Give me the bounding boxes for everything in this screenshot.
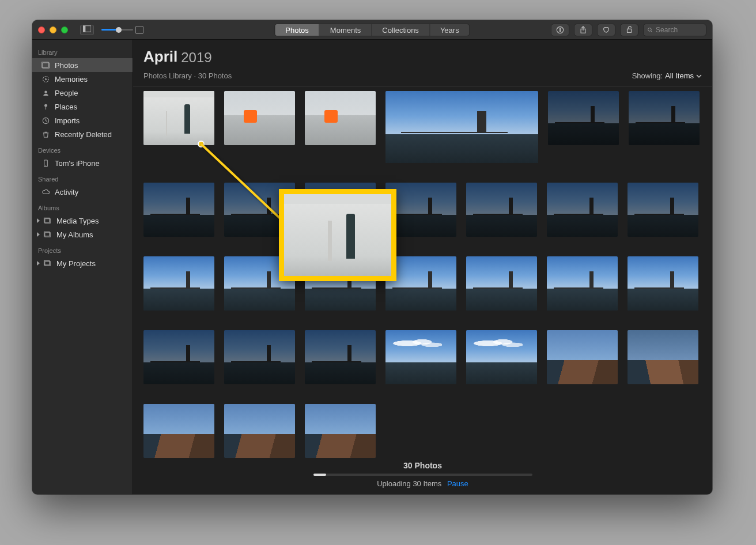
stack-icon — [43, 230, 52, 239]
sidebar-item-media-types[interactable]: Media Types — [32, 214, 133, 228]
sidebar-item-label: Recently Deleted — [55, 130, 112, 139]
svg-point-7 — [648, 28, 652, 32]
app-window: Photos Moments Collections Years — [32, 20, 712, 494]
sidebar: Library Photos Memories People Places Im… — [32, 40, 133, 494]
tab-photos[interactable]: Photos — [275, 24, 319, 36]
sidebar-toggle-button[interactable] — [80, 25, 94, 35]
svg-rect-1 — [83, 25, 85, 32]
sidebar-item-label: People — [55, 89, 78, 97]
close-button[interactable] — [38, 27, 45, 33]
photo-thumbnail[interactable] — [143, 256, 214, 311]
sidebar-item-my-albums[interactable]: My Albums — [32, 228, 133, 241]
breadcrumb: Photos Library · 30 Photos — [143, 71, 232, 80]
photo-thumbnail[interactable] — [547, 183, 618, 237]
memories-icon — [41, 75, 50, 84]
photo-thumbnail[interactable] — [305, 91, 376, 145]
cloud-icon — [41, 188, 50, 196]
search-input[interactable] — [656, 26, 702, 34]
section-shared: Shared — [32, 173, 133, 185]
view-segmented-control: Photos Moments Collections Years — [274, 24, 470, 36]
sidebar-item-activity[interactable]: Activity — [32, 185, 133, 199]
favorite-button[interactable] — [597, 24, 615, 36]
photo-thumbnail[interactable] — [628, 256, 698, 311]
sidebar-item-iphone[interactable]: Tom's iPhone — [32, 156, 133, 170]
sidebar-item-recently-deleted[interactable]: Recently Deleted — [32, 127, 133, 141]
photo-thumbnail[interactable] — [466, 330, 537, 384]
fullscreen-button[interactable] — [61, 27, 68, 33]
grid-wrap — [133, 86, 712, 459]
section-albums: Albums — [32, 202, 133, 214]
upload-status-text: Uploading 30 Items — [377, 479, 441, 488]
photo-thumbnail[interactable] — [385, 91, 538, 163]
sidebar-item-people[interactable]: People — [32, 86, 133, 100]
content-area: April 2019 Photos Library · 30 Photos Sh… — [133, 40, 712, 494]
photo-grid — [143, 91, 702, 459]
photo-thumbnail[interactable] — [466, 256, 537, 311]
photo-thumbnail[interactable] — [548, 91, 619, 145]
section-projects: Projects — [32, 245, 133, 256]
rotate-button[interactable] — [620, 24, 638, 36]
showing-filter[interactable]: Showing: All Items — [632, 71, 702, 80]
sidebar-item-places[interactable]: Places — [32, 100, 133, 113]
svg-marker-12 — [45, 78, 47, 80]
tab-years[interactable]: Years — [430, 24, 470, 36]
svg-rect-6 — [628, 29, 632, 32]
search-field[interactable] — [643, 24, 706, 36]
info-button[interactable] — [551, 24, 569, 36]
photo-thumbnail[interactable] — [629, 91, 700, 145]
sidebar-item-label: My Projects — [56, 259, 96, 268]
tab-collections[interactable]: Collections — [372, 24, 430, 36]
photo-thumbnail[interactable] — [305, 330, 376, 384]
photo-thumbnail[interactable] — [547, 330, 618, 384]
photo-thumbnail[interactable] — [305, 404, 376, 458]
photo-thumbnail[interactable] — [224, 404, 295, 458]
svg-point-13 — [44, 90, 47, 93]
photo-thumbnail[interactable] — [143, 330, 214, 384]
share-button[interactable] — [574, 24, 592, 36]
svg-line-8 — [651, 31, 652, 32]
section-devices: Devices — [32, 145, 133, 156]
svg-point-18 — [46, 165, 46, 166]
sidebar-item-my-projects[interactable]: My Projects — [32, 256, 133, 270]
sidebar-item-label: Photos — [55, 61, 78, 70]
photo-thumbnail[interactable] — [628, 183, 698, 237]
svg-rect-15 — [46, 106, 46, 109]
thumbnail-zoom-slider[interactable] — [101, 26, 143, 34]
showing-value: All Items — [665, 71, 694, 80]
page-title-month: April — [143, 48, 177, 66]
sidebar-item-imports[interactable]: Imports — [32, 113, 133, 127]
photo-thumbnail[interactable] — [385, 330, 456, 384]
photos-icon — [41, 61, 50, 70]
sidebar-item-photos[interactable]: Photos — [32, 58, 133, 72]
stack-icon — [43, 259, 52, 268]
photo-thumbnail[interactable] — [143, 404, 214, 458]
photo-thumbnail[interactable] — [466, 183, 537, 237]
places-icon — [41, 103, 50, 111]
photo-thumbnail[interactable] — [143, 183, 214, 237]
stack-icon — [43, 217, 52, 225]
chevron-right-icon — [37, 232, 40, 237]
page-title-year: 2019 — [181, 50, 211, 66]
page-subheader: Photos Library · 30 Photos Showing: All … — [133, 68, 712, 86]
imports-icon — [41, 116, 50, 125]
sidebar-item-label: Media Types — [56, 217, 99, 225]
photo-thumbnail[interactable] — [224, 330, 295, 384]
footer-count: 30 Photos — [403, 461, 442, 470]
sidebar-item-label: Tom's iPhone — [55, 159, 100, 168]
photo-thumbnail[interactable] — [547, 256, 618, 311]
titlebar: Photos Moments Collections Years — [32, 20, 712, 40]
page-header: April 2019 — [133, 40, 712, 68]
upload-progress — [313, 474, 532, 476]
iphone-icon — [41, 159, 50, 168]
photo-thumbnail[interactable] — [224, 91, 295, 145]
photo-thumbnail[interactable] — [628, 330, 698, 384]
sidebar-item-memories[interactable]: Memories — [32, 72, 133, 86]
footer: 30 Photos Uploading 30 Items Pause — [133, 459, 712, 494]
photo-thumbnail[interactable] — [143, 91, 214, 145]
svg-rect-3 — [560, 29, 560, 32]
sidebar-item-label: Places — [55, 103, 77, 111]
section-library: Library — [32, 47, 133, 58]
tab-moments[interactable]: Moments — [320, 24, 372, 36]
pause-link[interactable]: Pause — [447, 479, 468, 488]
minimize-button[interactable] — [50, 27, 56, 33]
